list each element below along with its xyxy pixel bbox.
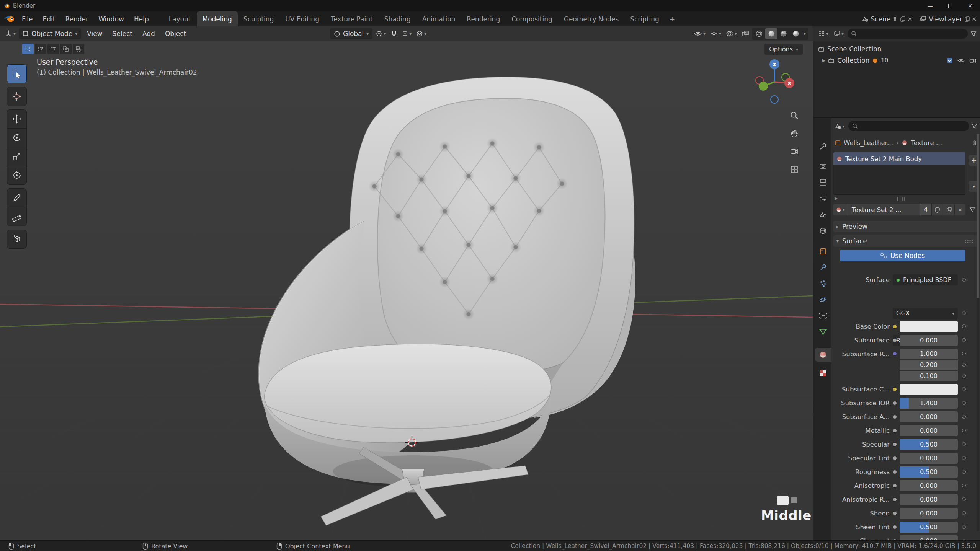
base-color-swatch[interactable]	[900, 321, 958, 332]
decorator-icon[interactable]	[962, 415, 966, 419]
scene-collection-label[interactable]: Scene Collection	[827, 45, 881, 53]
menu-edit[interactable]: Edit	[38, 13, 60, 25]
tab-view-layer[interactable]	[815, 192, 831, 205]
outliner-search-input[interactable]	[848, 29, 968, 39]
tool-scale[interactable]	[7, 147, 27, 166]
material-link-filter-button[interactable]	[968, 205, 977, 214]
tab-modeling[interactable]: Modeling	[197, 11, 238, 26]
decorator-icon[interactable]	[962, 363, 966, 367]
snap-settings-dropdown[interactable]: ▾	[400, 29, 413, 38]
pin-scene-icon[interactable]	[892, 16, 898, 22]
gizmos-toggle-dropdown[interactable]: ▾	[709, 29, 723, 39]
clearcoat-field[interactable]: 0.000	[900, 535, 958, 540]
unlink-scene-icon[interactable]	[907, 16, 913, 22]
decorator-icon[interactable]	[962, 324, 966, 328]
blender-menu-logo-icon[interactable]	[3, 15, 17, 24]
sheen-field[interactable]: 0.000	[900, 508, 958, 519]
decorator-icon[interactable]	[962, 352, 966, 355]
tab-tool[interactable]	[815, 140, 831, 153]
menu-select[interactable]: Select	[108, 28, 137, 39]
tab-animation[interactable]: Animation	[416, 11, 461, 26]
menu-window[interactable]: Window	[93, 13, 129, 25]
specular-field[interactable]: 0.500	[900, 439, 958, 450]
material-users-button[interactable]: 4	[920, 204, 932, 215]
tab-world[interactable]	[815, 224, 831, 238]
metallic-field[interactable]: 0.000	[900, 425, 958, 436]
viewport-3d[interactable]: Options▾ User Perspective (1) Collection…	[0, 41, 813, 540]
zoom-control[interactable]	[787, 108, 802, 123]
gizmo-axis-neg-z[interactable]	[771, 96, 778, 103]
proportional-editing-button[interactable]: ▾	[415, 29, 428, 38]
minimize-button[interactable]: —	[920, 0, 940, 11]
ortho-toggle-control[interactable]	[787, 162, 802, 177]
slot-list-expand-icon[interactable]: ▶	[835, 196, 838, 201]
tool-annotate[interactable]	[7, 188, 27, 207]
menu-help[interactable]: Help	[129, 13, 154, 25]
properties-search-input[interactable]	[848, 121, 969, 131]
decorator-icon[interactable]	[962, 338, 966, 342]
tab-scene[interactable]	[815, 208, 831, 222]
decorator-icon[interactable]	[962, 387, 966, 391]
outliner-scene-collection-row[interactable]: Scene Collection	[813, 43, 980, 55]
decorator-icon[interactable]	[962, 511, 966, 515]
tab-modifiers[interactable]	[815, 261, 831, 274]
tab-output[interactable]	[815, 176, 831, 189]
editor-type-button[interactable]: ▾	[3, 29, 17, 39]
tool-transform[interactable]	[7, 166, 27, 185]
outliner-filter-icon[interactable]	[970, 30, 977, 37]
preview-panel-header[interactable]: ▸ Preview	[833, 221, 978, 232]
viewlayer-name[interactable]: ViewLayer	[929, 15, 962, 23]
subsurface-radius-z-field[interactable]: 0.100	[900, 371, 958, 381]
navigation-gizmo[interactable]: Z X	[750, 58, 799, 108]
breadcrumb-material[interactable]: Texture ...	[911, 139, 942, 147]
snap-toggle-button[interactable]	[389, 29, 399, 38]
object-visibility-dropdown[interactable]: ▾	[692, 29, 707, 38]
anisotropic-field[interactable]: 0.000	[900, 480, 958, 491]
new-material-button[interactable]	[943, 204, 955, 215]
decorator-icon[interactable]	[962, 374, 966, 378]
xray-toggle-button[interactable]	[740, 29, 751, 38]
menu-view[interactable]: View	[83, 28, 106, 39]
tab-shading[interactable]: Shading	[379, 11, 416, 26]
tab-layout[interactable]: Layout	[163, 11, 197, 26]
decorator-icon[interactable]	[962, 442, 966, 446]
browse-scene-icon[interactable]	[861, 15, 869, 23]
breadcrumb-object[interactable]: Wells_Leather...	[844, 139, 893, 147]
menu-file[interactable]: File	[17, 13, 38, 25]
transform-orientation-dropdown[interactable]: Global ▾	[330, 28, 372, 39]
outliner-editor-type-button[interactable]: ▾	[817, 29, 830, 38]
menu-add[interactable]: Add	[138, 28, 159, 39]
exclude-checkbox-icon[interactable]	[947, 57, 953, 64]
mode-dropdown[interactable]: Object Mode ▾	[19, 28, 81, 39]
tab-uv-editing[interactable]: UV Editing	[279, 11, 325, 26]
shading-rendered-button[interactable]	[790, 28, 802, 39]
tab-rendering[interactable]: Rendering	[461, 11, 506, 26]
hide-eye-icon[interactable]	[957, 58, 965, 64]
use-nodes-button[interactable]: Use Nodes	[840, 250, 965, 261]
collection-label[interactable]: Collection	[837, 57, 869, 64]
outliner-display-mode-dropdown[interactable]: ▾	[832, 29, 845, 38]
outliner-collection-row[interactable]: ▶ Collection 10	[813, 55, 980, 66]
sheen-tint-field[interactable]: 0.500	[900, 522, 958, 533]
viewlayer-icon[interactable]	[920, 15, 927, 23]
surface-panel-header[interactable]: ▾ Surface	[833, 235, 978, 247]
decorator-icon[interactable]	[962, 278, 966, 282]
tool-cursor[interactable]	[7, 87, 27, 106]
maximize-button[interactable]	[940, 0, 960, 11]
remove-viewlayer-icon[interactable]	[972, 16, 977, 22]
expand-arrow-icon[interactable]: ▶	[822, 58, 825, 63]
close-button[interactable]: ✕	[960, 0, 980, 11]
tab-constraints[interactable]	[815, 309, 831, 323]
surface-panel-grip[interactable]	[964, 240, 974, 243]
subsurface-radius-y-field[interactable]: 0.200	[900, 360, 958, 370]
properties-filter-icon[interactable]	[971, 123, 978, 129]
decorator-icon[interactable]	[962, 497, 966, 501]
decorator-icon[interactable]	[962, 401, 966, 405]
select-mode-intersect-button[interactable]	[73, 44, 84, 54]
tab-material[interactable]	[815, 348, 831, 362]
shading-dropdown[interactable]: ▾	[802, 31, 807, 36]
decorator-icon[interactable]	[962, 311, 966, 315]
options-button[interactable]: Options▾	[764, 44, 803, 55]
distribution-dropdown[interactable]: GGX▾	[893, 308, 958, 319]
surface-shader-field[interactable]: Principled BSDF	[893, 274, 958, 285]
